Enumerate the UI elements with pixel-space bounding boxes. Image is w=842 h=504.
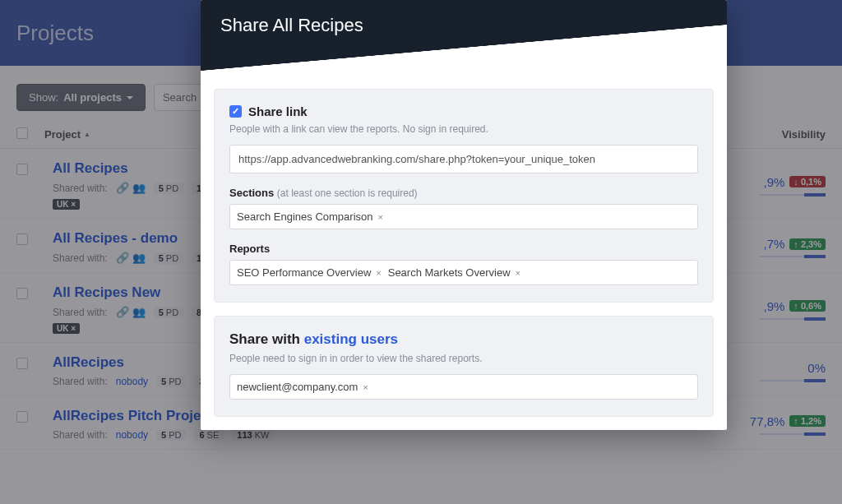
share-link-hint: People with a link can view the reports.… [229,123,698,135]
sections-label: Sections (at least one section is requir… [229,187,698,199]
share-users-title: Share with existing users [229,331,698,348]
existing-users-link[interactable]: existing users [304,331,398,347]
share-link-label: Share link [248,104,308,118]
sections-tag-input[interactable]: Search Engines Comparison× [229,204,698,229]
share-link-section: ✓ Share link People with a link can view… [214,89,714,303]
remove-tag-icon[interactable]: × [516,268,520,278]
share-users-section: Share with existing users People need to… [214,316,714,417]
share-link-checkbox[interactable]: ✓ [229,105,242,118]
share-emails-input[interactable]: newclient@company.com× [229,374,698,400]
modal-title: Share All Recipes [220,15,707,36]
reports-label: Reports [229,243,698,255]
tag-chip: Search Engines Comparison× [237,210,383,223]
tag-chip: SEO Performance Overview× [237,266,382,279]
remove-tag-icon[interactable]: × [377,212,382,222]
reports-tag-input[interactable]: SEO Performance Overview×Search Markets … [229,260,698,285]
share-modal: Share All Recipes ✓ Share link People wi… [201,0,727,430]
tag-chip: newclient@company.com× [237,381,368,393]
share-url-input[interactable] [229,145,698,173]
share-users-hint: People need to sign in in order to view … [229,353,698,364]
modal-header: Share All Recipes [201,0,727,82]
remove-tag-icon[interactable]: × [363,382,368,392]
tag-chip: Search Markets Overview× [388,266,520,279]
remove-tag-icon[interactable]: × [376,268,381,278]
